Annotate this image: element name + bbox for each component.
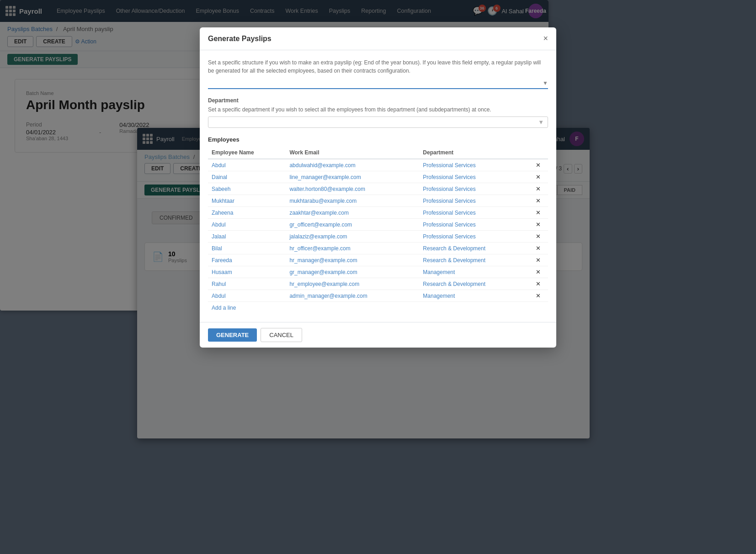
emp-remove-7[interactable]: ✕ [529, 243, 548, 254]
salary-structure-input[interactable] [208, 78, 541, 88]
emp-name-4[interactable]: Zaheena [208, 207, 286, 219]
table-row: Abdul admin_manager@example.com Manageme… [208, 290, 548, 302]
emp-email-5: gr_officert@example.com [286, 219, 419, 231]
table-row: Bilal hr_officer@example.com Research & … [208, 243, 548, 254]
table-row: Abdul gr_officert@example.com Profession… [208, 219, 548, 231]
emp-name-2[interactable]: Sabeeh [208, 183, 286, 195]
emp-remove-2[interactable]: ✕ [529, 183, 548, 195]
emp-email-3: mukhtarabu@example.com [286, 195, 419, 207]
department-input-row: ▼ [208, 116, 548, 128]
employees-section: Employees Employee Name Work Email Depar… [208, 136, 548, 314]
department-description: Set a specific department if you wish to… [208, 106, 548, 114]
emp-remove-5[interactable]: ✕ [529, 219, 548, 231]
emp-dept-7: Research & Development [419, 243, 528, 254]
emp-email-1: line_manager@example.com [286, 171, 419, 183]
emp-table-header: Employee Name Work Email Department [208, 147, 548, 159]
emp-email-10: hr_employee@example.com [286, 278, 419, 290]
emp-remove-0[interactable]: ✕ [529, 159, 548, 171]
table-row: Jalaal jalalaziz@example.com Professiona… [208, 231, 548, 243]
emp-dept-5: Professional Services [419, 219, 528, 231]
emp-name-8[interactable]: Fareeda [208, 254, 286, 266]
emp-name-9[interactable]: Husaam [208, 266, 286, 278]
emp-email-8: hr_manager@example.com [286, 254, 419, 266]
emp-dept-10: Research & Development [419, 278, 528, 290]
col-employee-name: Employee Name [208, 147, 286, 159]
salary-structure-section: Set a specific structure if you wish to … [208, 58, 548, 89]
emp-remove-4[interactable]: ✕ [529, 207, 548, 219]
emp-dept-3: Professional Services [419, 195, 528, 207]
emp-remove-3[interactable]: ✕ [529, 195, 548, 207]
col-work-email: Work Email [286, 147, 419, 159]
emp-remove-10[interactable]: ✕ [529, 278, 548, 290]
emp-dept-1: Professional Services [419, 171, 528, 183]
department-dropdown-arrow: ▼ [538, 119, 544, 126]
employees-label: Employees [208, 136, 548, 143]
emp-dept-9: Management [419, 266, 528, 278]
employees-table: Employee Name Work Email Department Abdu… [208, 147, 548, 302]
emp-table-body: Abdul abdulwahid@example.com Professiona… [208, 159, 548, 302]
modal-overlay: Generate Payslips × Set a specific struc… [0, 0, 756, 554]
table-row: Fareeda hr_manager@example.com Research … [208, 254, 548, 266]
salary-structure-input-row: ▼ [208, 78, 548, 89]
col-department: Department [419, 147, 528, 159]
modal-header: Generate Payslips × [200, 27, 556, 50]
add-line-button[interactable]: Add a line [208, 302, 240, 314]
modal-footer: GENERATE CANCEL [200, 322, 556, 348]
emp-remove-6[interactable]: ✕ [529, 231, 548, 243]
emp-name-6[interactable]: Jalaal [208, 231, 286, 243]
table-row: Rahul hr_employee@example.com Research &… [208, 278, 548, 290]
emp-name-3[interactable]: Mukhtaar [208, 195, 286, 207]
emp-email-11: admin_manager@example.com [286, 290, 419, 302]
modal-title: Generate Payslips [208, 35, 272, 43]
modal-close-button[interactable]: × [543, 34, 548, 43]
salary-structure-dropdown-arrow: ▼ [543, 80, 548, 86]
emp-dept-8: Research & Development [419, 254, 528, 266]
generate-button[interactable]: GENERATE [208, 328, 257, 342]
table-row: Zaheena zaakhtar@example.com Professiona… [208, 207, 548, 219]
generate-payslips-modal: Generate Payslips × Set a specific struc… [200, 27, 556, 348]
emp-email-6: jalalaziz@example.com [286, 231, 419, 243]
emp-name-1[interactable]: Dainal [208, 171, 286, 183]
table-row: Sabeeh walter.horton80@example.com Profe… [208, 183, 548, 195]
emp-email-0: abdulwahid@example.com [286, 159, 419, 171]
emp-email-4: zaakhtar@example.com [286, 207, 419, 219]
modal-body: Set a specific structure if you wish to … [200, 50, 556, 322]
emp-email-9: gr_manager@example.com [286, 266, 419, 278]
emp-dept-2: Professional Services [419, 183, 528, 195]
department-input[interactable] [212, 119, 538, 126]
emp-remove-9[interactable]: ✕ [529, 266, 548, 278]
table-row: Mukhtaar mukhtarabu@example.com Professi… [208, 195, 548, 207]
salary-structure-description: Set a specific structure if you wish to … [208, 58, 548, 75]
table-row: Dainal line_manager@example.com Professi… [208, 171, 548, 183]
emp-remove-11[interactable]: ✕ [529, 290, 548, 302]
department-section: Department Set a specific department if … [208, 97, 548, 128]
table-row: Husaam gr_manager@example.com Management… [208, 266, 548, 278]
emp-name-0[interactable]: Abdul [208, 159, 286, 171]
emp-name-11[interactable]: Abdul [208, 290, 286, 302]
table-row: Abdul abdulwahid@example.com Professiona… [208, 159, 548, 171]
cancel-button[interactable]: CANCEL [261, 328, 302, 342]
col-remove [529, 147, 548, 159]
emp-name-7[interactable]: Bilal [208, 243, 286, 254]
emp-dept-6: Professional Services [419, 231, 528, 243]
emp-dept-11: Management [419, 290, 528, 302]
emp-remove-1[interactable]: ✕ [529, 171, 548, 183]
emp-name-10[interactable]: Rahul [208, 278, 286, 290]
emp-dept-0: Professional Services [419, 159, 528, 171]
emp-remove-8[interactable]: ✕ [529, 254, 548, 266]
emp-email-2: walter.horton80@example.com [286, 183, 419, 195]
emp-email-7: hr_officer@example.com [286, 243, 419, 254]
emp-name-5[interactable]: Abdul [208, 219, 286, 231]
emp-dept-4: Professional Services [419, 207, 528, 219]
department-label: Department [208, 97, 548, 104]
